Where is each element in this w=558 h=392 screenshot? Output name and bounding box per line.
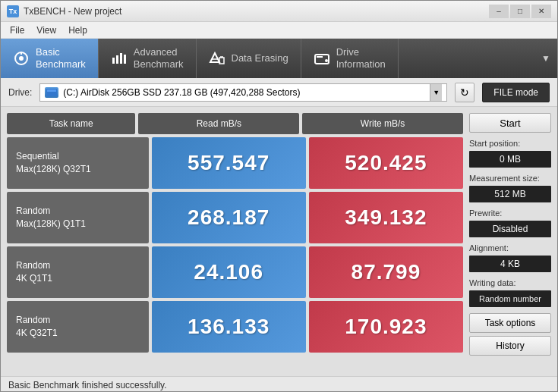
basic-benchmark-icon bbox=[13, 50, 30, 67]
tab-erasing-label: Data Erasing bbox=[232, 52, 288, 64]
read-value-1: 268.187 bbox=[152, 192, 306, 243]
window-title: TxBENCH - New project bbox=[24, 6, 121, 17]
write-value-3: 170.923 bbox=[309, 301, 463, 353]
tab-advanced-label: Advanced Benchmark bbox=[134, 46, 184, 70]
tab-bar: Basic Benchmark Advanced Benchmark bbox=[1, 39, 557, 78]
col-header-read: Read mB/s bbox=[138, 113, 299, 134]
tab-basic-label: Basic Benchmark bbox=[36, 46, 86, 70]
write-value-0: 520.425 bbox=[309, 137, 463, 189]
alignment-value: 4 KB bbox=[469, 256, 551, 272]
svg-point-14 bbox=[325, 59, 328, 62]
alignment-label: Alignment: bbox=[469, 243, 551, 252]
write-value-2: 87.799 bbox=[309, 246, 463, 298]
drive-select[interactable]: (C:) AirDisk 256GB SSD 237.18 GB (497,42… bbox=[39, 83, 447, 102]
app-icon: Tx bbox=[7, 5, 19, 17]
table-row: Random4K Q32T1 136.133 170.923 bbox=[7, 301, 463, 353]
svg-rect-13 bbox=[317, 56, 323, 58]
read-value-2: 24.106 bbox=[152, 246, 306, 298]
title-bar-left: Tx TxBENCH - New project bbox=[7, 5, 121, 17]
col-header-task: Task name bbox=[7, 113, 135, 134]
table-row: RandomMax(128K) Q1T1 268.187 349.132 bbox=[7, 192, 463, 243]
table-header: Task name Read mB/s Write mB/s bbox=[7, 113, 463, 134]
task-name-2: Random4K Q1T1 bbox=[7, 246, 149, 298]
refresh-button[interactable]: ↻ bbox=[455, 83, 474, 102]
table-row: SequentialMax(128K) Q32T1 557.547 520.42… bbox=[7, 137, 463, 189]
drive-information-icon bbox=[314, 50, 330, 67]
task-options-button[interactable]: Task options bbox=[469, 313, 551, 333]
title-bar: Tx TxBENCH - New project – □ ✕ bbox=[1, 1, 557, 22]
window-controls: – □ ✕ bbox=[489, 5, 551, 18]
measurement-size-value: 512 MB bbox=[469, 186, 551, 202]
svg-rect-5 bbox=[120, 53, 122, 64]
main-content: Task name Read mB/s Write mB/s Sequentia… bbox=[1, 107, 557, 376]
file-mode-button[interactable]: FILE mode bbox=[482, 83, 550, 102]
tab-drive-information[interactable]: Drive Information bbox=[301, 39, 399, 78]
close-button[interactable]: ✕ bbox=[531, 5, 551, 18]
drive-dropdown-arrow[interactable]: ▼ bbox=[430, 84, 442, 101]
menu-file[interactable]: File bbox=[4, 24, 30, 37]
advanced-benchmark-icon bbox=[111, 50, 128, 67]
tab-advanced-benchmark[interactable]: Advanced Benchmark bbox=[99, 39, 197, 78]
svg-rect-12 bbox=[315, 55, 329, 64]
refresh-icon: ↻ bbox=[460, 86, 469, 99]
start-position-value: 0 MB bbox=[469, 151, 551, 168]
tab-drive-label: Drive Information bbox=[336, 46, 386, 70]
menu-view[interactable]: View bbox=[30, 24, 62, 37]
svg-point-1 bbox=[19, 56, 24, 61]
table-row: Random4K Q1T1 24.106 87.799 bbox=[7, 246, 463, 298]
tab-data-erasing[interactable]: Data Erasing bbox=[197, 39, 301, 78]
drive-icon bbox=[45, 87, 58, 98]
minimize-button[interactable]: – bbox=[489, 5, 509, 18]
prewrite-value: Disabled bbox=[469, 221, 551, 237]
task-name-0: SequentialMax(128K) Q32T1 bbox=[7, 137, 149, 189]
maximize-button[interactable]: □ bbox=[510, 5, 530, 18]
measurement-size-label: Measurement size: bbox=[469, 174, 551, 183]
tab-basic-benchmark[interactable]: Basic Benchmark bbox=[1, 39, 99, 78]
svg-rect-4 bbox=[116, 55, 118, 64]
benchmark-table: Task name Read mB/s Write mB/s Sequentia… bbox=[7, 113, 463, 370]
menu-bar: File View Help bbox=[1, 22, 557, 39]
svg-rect-3 bbox=[112, 58, 115, 64]
writing-data-value: Random number bbox=[469, 290, 551, 307]
writing-data-label: Writing data: bbox=[469, 278, 551, 287]
drive-label: Drive: bbox=[8, 87, 32, 98]
task-name-1: RandomMax(128K) Q1T1 bbox=[7, 192, 149, 243]
svg-rect-16 bbox=[47, 89, 56, 92]
start-button[interactable]: Start bbox=[469, 113, 551, 133]
task-name-3: Random4K Q32T1 bbox=[7, 301, 149, 353]
read-value-3: 136.133 bbox=[152, 301, 306, 353]
svg-marker-7 bbox=[210, 53, 219, 62]
write-value-1: 349.132 bbox=[309, 192, 463, 243]
data-erasing-icon bbox=[209, 50, 225, 67]
col-header-write: Write mB/s bbox=[302, 113, 463, 134]
menu-help[interactable]: Help bbox=[62, 24, 93, 37]
status-bar: Basic Benchmark finished successfully. bbox=[1, 376, 557, 392]
status-text: Basic Benchmark finished successfully. bbox=[8, 380, 167, 390]
right-panel: Start Start position: 0 MB Measurement s… bbox=[469, 113, 551, 370]
svg-rect-6 bbox=[124, 55, 126, 64]
history-button[interactable]: History bbox=[469, 336, 551, 356]
drive-bar: Drive: (C:) AirDisk 256GB SSD 237.18 GB … bbox=[1, 78, 557, 107]
prewrite-label: Prewrite: bbox=[469, 209, 551, 218]
tab-dropdown-button[interactable]: ▼ bbox=[534, 39, 557, 78]
start-position-label: Start position: bbox=[469, 139, 551, 148]
drive-text: (C:) AirDisk 256GB SSD 237.18 GB (497,42… bbox=[63, 87, 300, 98]
read-value-0: 557.547 bbox=[152, 137, 306, 189]
